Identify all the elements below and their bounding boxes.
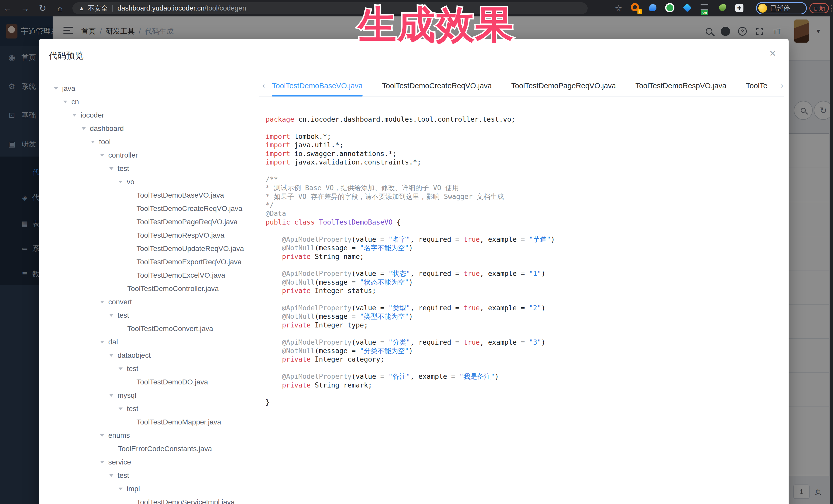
tree-node-file[interactable]: ToolTestDemoExportReqVO.java (48, 255, 256, 269)
code-line: * 测试示例 Base VO，提供给添加、修改、详细的子 VO 使用 (266, 184, 779, 192)
tree-node-file[interactable]: ToolTestDemoBaseVO.java (48, 189, 256, 202)
bookmark-star-icon[interactable]: ☆ (613, 0, 624, 17)
tree-node-folder[interactable]: mysql (48, 389, 256, 402)
extension-orange-icon[interactable]: 1 (631, 3, 641, 13)
url-host[interactable]: dashboard.yudao.iocoder.cn (118, 4, 205, 12)
tree-node-folder[interactable]: test (48, 162, 256, 175)
caret-down-icon[interactable] (81, 127, 86, 130)
code-line: private Integer type; (266, 321, 779, 329)
tree-node-folder[interactable]: dashboard (48, 122, 256, 135)
file-tabs: ToolTestDemoBaseVO.javaToolTestDemoCreat… (272, 75, 772, 96)
tree-node-folder[interactable]: dal (48, 335, 256, 349)
file-tabs-bar: ‹ ToolTestDemoBaseVO.javaToolTestDemoCre… (259, 75, 784, 97)
tree-node-file[interactable]: ToolTestDemoMapper.java (48, 415, 256, 429)
extension-puzzle-icon[interactable]: ✚ (735, 3, 745, 13)
code-line (266, 389, 779, 398)
tree-node-folder[interactable]: cn (48, 95, 256, 109)
browser-menu-icon[interactable]: ⋮ (827, 0, 833, 17)
caret-down-icon[interactable] (91, 141, 95, 143)
divider (112, 5, 113, 11)
extension-diamond-icon[interactable] (683, 3, 693, 13)
caret-down-icon[interactable] (100, 154, 104, 157)
caret-down-icon[interactable] (109, 394, 114, 397)
browser-update-button[interactable]: 更新 (809, 3, 829, 13)
tree-node-folder[interactable]: test (48, 309, 256, 322)
caret-down-icon[interactable] (72, 114, 76, 117)
tree-node-file[interactable]: ToolTestDemoPageReqVO.java (48, 215, 256, 229)
caret-down-icon[interactable] (54, 87, 58, 90)
caret-down-icon[interactable] (100, 461, 104, 463)
tree-node-file[interactable]: ToolTestDemoCreateReqVO.java (48, 202, 256, 215)
caret-down-icon[interactable] (119, 181, 123, 183)
tree-node-file[interactable]: ToolTestDemoExcelVO.java (48, 269, 256, 282)
code-line: @Data (266, 209, 779, 218)
caret-down-icon[interactable] (109, 167, 114, 170)
caret-down-icon[interactable] (100, 434, 104, 437)
security-label[interactable]: 不安全 (88, 4, 108, 13)
not-secure-warning-icon: ▲ (78, 5, 85, 12)
tree-node-file[interactable]: ToolTestDemoRespVO.java (48, 229, 256, 242)
tree-node-folder[interactable]: test (48, 469, 256, 482)
code-line: import lombok.*; (266, 132, 779, 141)
tree-node-file[interactable]: ToolTestDemoController.java (48, 282, 256, 295)
code-line: package cn.iocoder.dashboard.modules.too… (266, 115, 779, 123)
code-line (266, 295, 779, 304)
caret-down-icon[interactable] (119, 408, 123, 410)
caret-down-icon[interactable] (63, 101, 67, 103)
code-line: private String name; (266, 252, 779, 261)
code-view: package cn.iocoder.dashboard.modules.too… (266, 115, 779, 407)
file-tab[interactable]: ToolTestDemoPageReqVO.java (511, 75, 616, 96)
code-line (266, 364, 779, 372)
screen: ← → ↻ ⌂ ▲ 不安全 dashboard.yudao.iocoder.cn… (0, 0, 833, 504)
code-line: @ApiModelProperty(value = "状态", required… (266, 269, 779, 278)
tree-node-folder[interactable]: convert (48, 295, 256, 309)
tree-node-folder[interactable]: enums (48, 429, 256, 442)
tree-node-folder[interactable]: tool (48, 135, 256, 149)
tree-node-folder[interactable]: vo (48, 175, 256, 189)
file-tab[interactable]: ToolTestDemoBaseVO.java (272, 75, 363, 96)
code-line: * 如果子 VO 存在差异的字段，请不要添加到这里，影响 Swagger 文档生… (266, 192, 779, 201)
caret-down-icon[interactable] (119, 367, 123, 370)
file-tab[interactable]: ToolTestDemoCreateReqVO.java (382, 75, 492, 96)
tree-node-file[interactable]: ToolErrorCodeConstants.java (48, 442, 256, 456)
tree-node-folder[interactable]: service (48, 456, 256, 469)
paused-label: 已暂停 (770, 4, 790, 13)
back-icon[interactable]: ← (2, 0, 13, 17)
close-icon[interactable]: × (767, 48, 778, 59)
extension-list-on-icon[interactable]: on (700, 3, 711, 13)
caret-down-icon[interactable] (109, 474, 114, 477)
forward-icon[interactable]: → (20, 0, 31, 17)
caret-down-icon[interactable] (100, 301, 104, 303)
code-line: public class ToolTestDemoBaseVO { (266, 218, 779, 226)
extension-drop-icon[interactable] (648, 3, 659, 13)
modal-title: 代码预览 (49, 50, 84, 62)
tree-node-folder[interactable]: controller (48, 149, 256, 162)
tree-node-file[interactable]: ToolTestDemoDO.java (48, 376, 256, 389)
tree-node-folder[interactable]: impl (48, 482, 256, 496)
tree-node-folder[interactable]: dataobject (48, 349, 256, 362)
tabs-prev-icon[interactable]: ‹ (262, 75, 265, 97)
tree-node-folder[interactable]: test (48, 402, 256, 415)
file-tab[interactable]: ToolTestDemoRespVO.java (636, 75, 727, 96)
file-tab[interactable]: ToolTe (746, 75, 767, 96)
reload-icon[interactable]: ↻ (37, 0, 48, 17)
caret-down-icon[interactable] (100, 341, 104, 343)
tabs-next-icon[interactable]: › (781, 75, 783, 97)
code-line: @ApiModelProperty(value = "类型", required… (266, 304, 779, 312)
extension-green-circle-icon[interactable] (665, 3, 675, 13)
code-preview-modal: 代码预览 × javacniocoderdashboardtoolcontrol… (39, 39, 789, 504)
caret-down-icon[interactable] (119, 487, 123, 490)
code-line: @ApiModelProperty(value = "名字", required… (266, 235, 779, 243)
url-path[interactable]: /tool/codegen (205, 4, 246, 12)
caret-down-icon[interactable] (109, 354, 114, 357)
tree-node-file[interactable]: ToolTestDemoServiceImpl.java (48, 496, 256, 504)
tree-node-folder[interactable]: java (48, 82, 256, 95)
extension-leaf-icon[interactable] (718, 3, 728, 13)
caret-down-icon[interactable] (109, 314, 114, 317)
tree-node-folder[interactable]: test (48, 362, 256, 376)
tree-node-folder[interactable]: iocoder (48, 109, 256, 122)
home-icon[interactable]: ⌂ (54, 0, 66, 17)
tree-node-file[interactable]: ToolTestDemoUpdateReqVO.java (48, 242, 256, 255)
tree-node-file[interactable]: ToolTestDemoConvert.java (48, 322, 256, 335)
profile-paused-chip[interactable]: 已暂停 (756, 2, 807, 15)
